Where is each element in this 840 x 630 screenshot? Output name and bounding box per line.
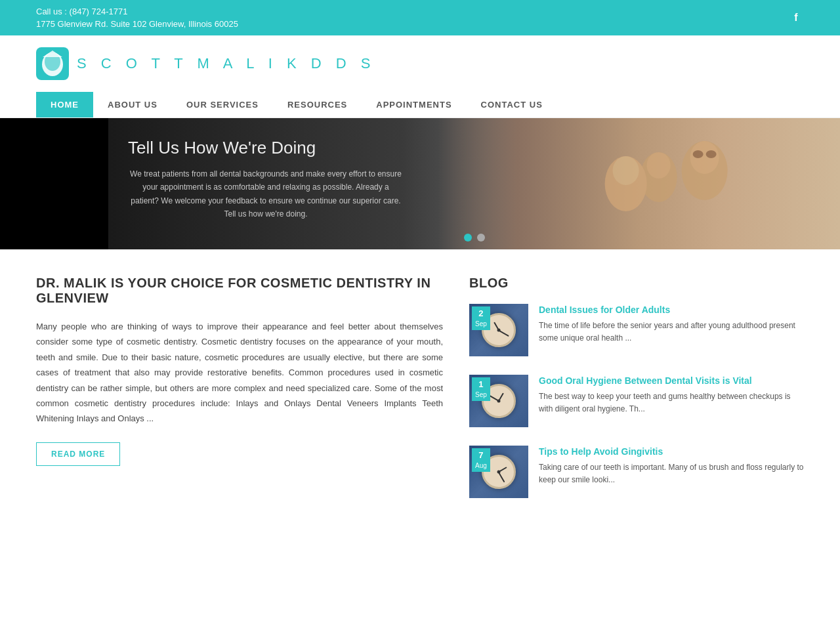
- hero-bg-image: [438, 118, 840, 249]
- blog-thumb-2: 1 Sep: [469, 375, 528, 427]
- blog-item: 1 Sep Good Oral Hygiene Between Dental V…: [469, 375, 804, 427]
- blog-excerpt-1: The time of life before the senior years…: [539, 320, 804, 345]
- logo-area: S c o t t M a l i k D D S: [36, 47, 804, 80]
- address-label: 1775 Glenview Rd. Suite 102 Glenview, Il…: [36, 19, 238, 29]
- blog-info-1: Dental Issues for Older Adults The time …: [539, 304, 804, 345]
- blog-date-1: 2 Sep: [472, 306, 490, 330]
- blog-excerpt-3: Taking care of our teeth is important. M…: [539, 461, 804, 486]
- blog-date-3: 7 Aug: [472, 448, 490, 472]
- blog-item: 7 Aug Tips to Help Avoid Gingivitis Taki…: [469, 446, 804, 498]
- facebook-icon[interactable]: f: [788, 10, 804, 26]
- blog-info-3: Tips to Help Avoid Gingivitis Taking car…: [539, 446, 804, 487]
- svg-point-5: [690, 141, 719, 174]
- read-more-button[interactable]: READ MORE: [36, 442, 120, 466]
- blog-item-title-1[interactable]: Dental Issues for Older Adults: [539, 304, 804, 316]
- main-nav: HOME ABOUT US OUR SERVICES RESOURCES APP…: [36, 92, 804, 117]
- nav-appointments[interactable]: APPOINTMENTS: [362, 92, 466, 117]
- nav-home[interactable]: HOME: [36, 92, 93, 117]
- left-column: DR. MALIK IS YOUR CHOICE FOR COSMETIC DE…: [36, 276, 469, 516]
- blog-item-title-3[interactable]: Tips to Help Avoid Gingivitis: [539, 446, 804, 457]
- svg-point-7: [705, 150, 716, 158]
- logo-icon: [36, 47, 69, 80]
- hero-slider: Tell Us How We're Doing We treat patient…: [0, 118, 840, 249]
- main-body-text: Many people who are thinking of ways to …: [36, 319, 443, 427]
- main-content: DR. MALIK IS YOUR CHOICE FOR COSMETIC DE…: [0, 249, 840, 543]
- nav-services[interactable]: OUR SERVICES: [172, 92, 273, 117]
- header: S c o t t M a l i k D D S HOME ABOUT US …: [0, 35, 840, 118]
- main-section-title: DR. MALIK IS YOUR CHOICE FOR COSMETIC DE…: [36, 276, 443, 306]
- blog-title: BLOG: [469, 276, 804, 291]
- blog-thumb-1: 2 Sep: [469, 304, 528, 356]
- hero-text: We treat patients from all dental backgr…: [128, 167, 404, 221]
- hero-content: Tell Us How We're Doing We treat patient…: [128, 138, 404, 221]
- blog-item: 2 Sep Dental Issues for Older Adults The…: [469, 304, 804, 356]
- logo-text: S c o t t M a l i k D D S: [77, 55, 376, 72]
- slider-dot-1[interactable]: [464, 234, 472, 242]
- hero-main: Tell Us How We're Doing We treat patient…: [108, 118, 840, 249]
- nav-resources[interactable]: RESOURCES: [273, 92, 362, 117]
- hero-title: Tell Us How We're Doing: [128, 138, 404, 158]
- blog-item-title-2[interactable]: Good Oral Hygiene Between Dental Visits …: [539, 375, 804, 387]
- top-bar: Call us : (847) 724-1771 1775 Glenview R…: [0, 0, 840, 35]
- blog-date-2: 1 Sep: [472, 377, 490, 401]
- blog-info-2: Good Oral Hygiene Between Dental Visits …: [539, 375, 804, 416]
- hero-left-black: [0, 118, 108, 249]
- svg-point-11: [612, 156, 639, 185]
- right-column: BLOG 2 Sep Dental Issues for Older Adult…: [469, 276, 804, 516]
- nav-about[interactable]: ABOUT US: [93, 92, 172, 117]
- slider-dots: [464, 234, 485, 242]
- svg-point-6: [692, 150, 703, 158]
- nav-contact[interactable]: CONTACT US: [467, 92, 557, 117]
- slider-dot-2[interactable]: [477, 234, 485, 242]
- blog-excerpt-2: The best way to keep your teeth and gums…: [539, 390, 804, 415]
- svg-point-9: [646, 152, 670, 178]
- phone-label: Call us : (847) 724-1771: [36, 7, 238, 16]
- blog-thumb-3: 7 Aug: [469, 446, 528, 498]
